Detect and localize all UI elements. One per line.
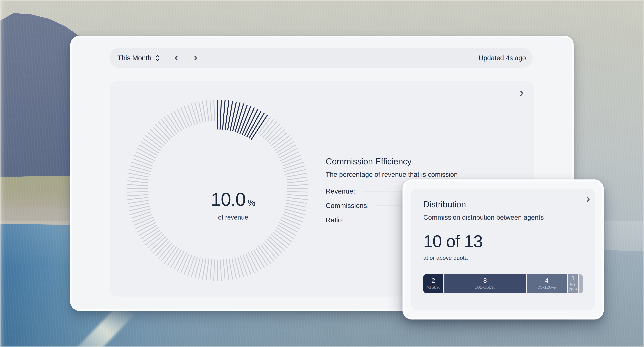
efficiency-subtitle: The percentage of revenue that is comiss… — [326, 171, 492, 178]
bar-segment-4: 150-75% — [568, 274, 578, 293]
chevron-up-down-icon — [154, 54, 162, 62]
updated-status: Updated 4s ago — [479, 54, 526, 62]
distribution-stacked-bar: 2>150%8100-150%475-100%150-75% — [423, 274, 583, 293]
previous-period-button[interactable] — [172, 54, 180, 62]
gauge-unit: % — [248, 198, 256, 208]
period-label: This Month — [118, 54, 152, 62]
toolbar: This Month Updated 4s ago — [110, 48, 533, 68]
distribution-caption: at or above quota — [423, 254, 583, 261]
distribution-subtitle: Commission distribution between agents — [423, 214, 583, 221]
efficiency-detail-button[interactable] — [518, 90, 526, 98]
segment-range-label: 75-100% — [538, 285, 556, 290]
commission-gauge: 10.0 % of revenue — [125, 98, 310, 282]
gauge-caption: of revenue — [158, 214, 308, 221]
segment-count: 8 — [483, 278, 487, 284]
efficiency-title: Commission Efficiency — [326, 156, 492, 166]
bar-segment-5 — [580, 274, 583, 293]
bar-segment-1: 2>150% — [423, 274, 444, 293]
distribution-headline: 10 of 13 — [423, 232, 583, 251]
segment-range-label: >150% — [426, 285, 440, 290]
distribution-card: Distribution Commission distribution bet… — [402, 180, 604, 320]
period-selector[interactable]: This Month — [118, 54, 162, 62]
metric-label: Revenue: — [326, 187, 355, 195]
segment-count: 4 — [545, 278, 548, 284]
segment-count: 1 — [571, 275, 575, 282]
chevron-right-icon — [584, 196, 592, 203]
bar-segment-2: 8100-150% — [444, 274, 526, 293]
chevron-right-icon — [192, 55, 199, 62]
distribution-detail-button[interactable] — [584, 195, 592, 203]
chevron-right-icon — [518, 90, 525, 97]
segment-range-label: 50-75% — [568, 282, 578, 292]
distribution-title: Distribution — [423, 188, 583, 209]
gauge-center-text: 10.0 % of revenue — [158, 188, 308, 221]
next-period-button[interactable] — [191, 54, 200, 62]
segment-count: 2 — [432, 278, 435, 284]
metric-label: Ratio: — [326, 216, 344, 224]
segment-range-label: 100-150% — [475, 285, 496, 290]
metric-label: Commissions: — [326, 202, 369, 210]
chevron-left-icon — [173, 55, 180, 62]
gauge-value: 10.0 — [211, 188, 245, 210]
bar-segment-3: 475-100% — [526, 274, 567, 293]
distribution-panel: Distribution Commission distribution bet… — [411, 188, 595, 310]
